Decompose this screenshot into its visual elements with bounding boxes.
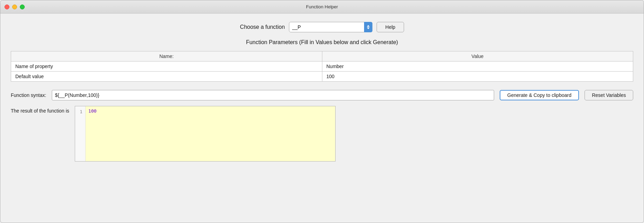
generate-copy-button[interactable]: Generate & Copy to clipboard bbox=[500, 90, 579, 100]
function-select-input[interactable] bbox=[289, 22, 372, 32]
result-content: 100 bbox=[86, 106, 335, 161]
param-name-0: Name of property bbox=[11, 61, 322, 72]
stepper-down-icon bbox=[367, 27, 370, 29]
syntax-label: Function syntax: bbox=[11, 92, 46, 98]
function-select-wrapper bbox=[289, 22, 372, 32]
stepper-button[interactable] bbox=[364, 22, 372, 32]
syntax-row: Function syntax: Generate & Copy to clip… bbox=[11, 90, 633, 100]
title-bar: Function Helper bbox=[0, 0, 644, 14]
reset-variables-button[interactable]: Reset Variables bbox=[585, 90, 633, 100]
main-content: Choose a function Help Function Paramete… bbox=[0, 14, 644, 223]
stepper-up-icon bbox=[367, 25, 370, 27]
param-value-0: Number bbox=[322, 61, 633, 72]
result-editor: 1 100 bbox=[75, 106, 336, 162]
value-column-header: Value bbox=[322, 51, 633, 61]
help-button[interactable]: Help bbox=[377, 22, 404, 32]
line-numbers: 1 bbox=[75, 106, 86, 161]
window-controls bbox=[5, 5, 25, 9]
maximize-button[interactable] bbox=[20, 5, 25, 9]
param-value-1: 100 bbox=[322, 72, 633, 82]
choose-function-row: Choose a function Help bbox=[11, 22, 633, 32]
line-number-1: 1 bbox=[78, 108, 82, 115]
result-label: The result of the function is bbox=[11, 106, 69, 114]
syntax-input[interactable] bbox=[52, 90, 494, 100]
choose-function-label: Choose a function bbox=[240, 24, 285, 30]
result-row: The result of the function is 1 100 bbox=[11, 106, 633, 216]
result-value: 100 bbox=[88, 108, 96, 114]
table-row: Name of property Number bbox=[11, 61, 633, 72]
close-button[interactable] bbox=[5, 5, 9, 9]
params-section-title: Function Parameters (Fill in Values belo… bbox=[11, 39, 633, 46]
main-window: Function Helper Choose a function Help F… bbox=[0, 0, 644, 223]
name-column-header: Name: bbox=[11, 51, 322, 61]
window-title: Function Helper bbox=[306, 4, 338, 9]
params-table: Name: Value Name of property Number Defa… bbox=[11, 51, 633, 82]
minimize-button[interactable] bbox=[12, 5, 17, 9]
table-row: Default value 100 bbox=[11, 72, 633, 82]
param-name-1: Default value bbox=[11, 72, 322, 82]
